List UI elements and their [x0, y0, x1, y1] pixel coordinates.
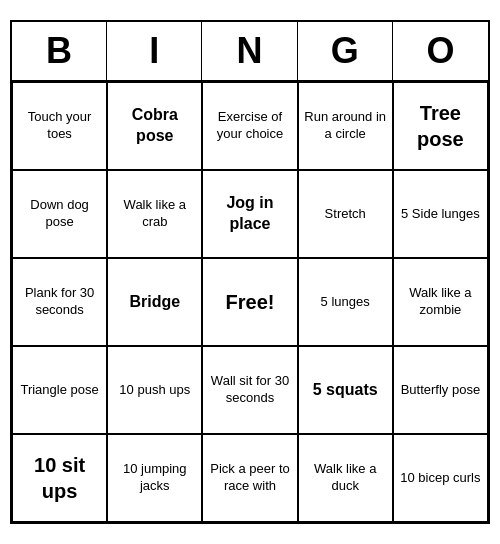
- header-i: I: [107, 22, 202, 80]
- header-n: N: [202, 22, 297, 80]
- cell-22[interactable]: Pick a peer to race with: [202, 434, 297, 522]
- cell-17[interactable]: Wall sit for 30 seconds: [202, 346, 297, 434]
- cell-11[interactable]: Bridge: [107, 258, 202, 346]
- bingo-grid: Touch your toes Cobra pose Exercise of y…: [12, 82, 488, 522]
- bingo-header: B I N G O: [12, 22, 488, 82]
- cell-3[interactable]: Run around in a circle: [298, 82, 393, 170]
- cell-1[interactable]: Cobra pose: [107, 82, 202, 170]
- cell-5[interactable]: Down dog pose: [12, 170, 107, 258]
- cell-9[interactable]: 5 Side lunges: [393, 170, 488, 258]
- cell-23[interactable]: Walk like a duck: [298, 434, 393, 522]
- cell-24[interactable]: 10 bicep curls: [393, 434, 488, 522]
- cell-2[interactable]: Exercise of your choice: [202, 82, 297, 170]
- cell-6[interactable]: Walk like a crab: [107, 170, 202, 258]
- cell-20[interactable]: 10 sit ups: [12, 434, 107, 522]
- header-o: O: [393, 22, 488, 80]
- cell-15[interactable]: Triangle pose: [12, 346, 107, 434]
- cell-18[interactable]: 5 squats: [298, 346, 393, 434]
- cell-19[interactable]: Butterfly pose: [393, 346, 488, 434]
- cell-10[interactable]: Plank for 30 seconds: [12, 258, 107, 346]
- cell-7[interactable]: Jog in place: [202, 170, 297, 258]
- cell-4[interactable]: Tree pose: [393, 82, 488, 170]
- cell-13[interactable]: 5 lunges: [298, 258, 393, 346]
- cell-21[interactable]: 10 jumping jacks: [107, 434, 202, 522]
- header-g: G: [298, 22, 393, 80]
- bingo-card: B I N G O Touch your toes Cobra pose Exe…: [10, 20, 490, 524]
- header-b: B: [12, 22, 107, 80]
- cell-16[interactable]: 10 push ups: [107, 346, 202, 434]
- cell-8[interactable]: Stretch: [298, 170, 393, 258]
- cell-14[interactable]: Walk like a zombie: [393, 258, 488, 346]
- cell-0[interactable]: Touch your toes: [12, 82, 107, 170]
- cell-12-free[interactable]: Free!: [202, 258, 297, 346]
